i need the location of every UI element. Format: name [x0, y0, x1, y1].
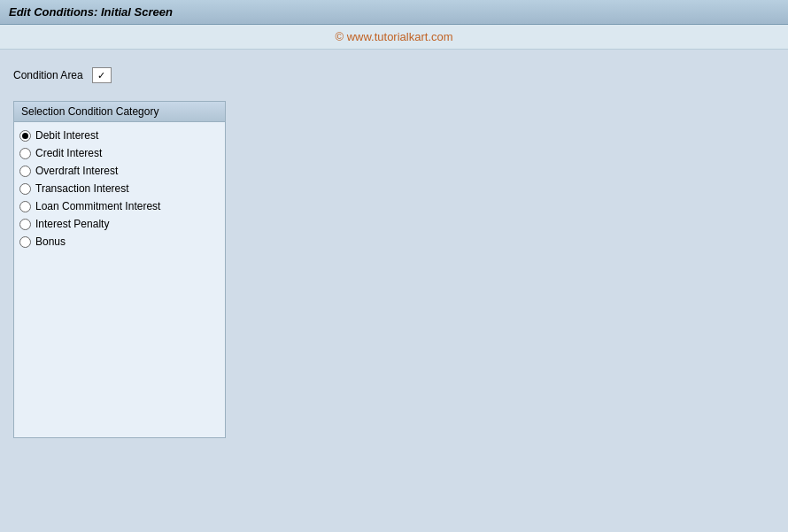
watermark-text: © www.tutorialkart.com [335, 30, 452, 43]
watermark-bar: © www.tutorialkart.com [0, 25, 788, 50]
radio-label-overdraft-interest: Overdraft Interest [35, 165, 118, 177]
condition-area-checkbox[interactable]: ✓ [92, 67, 112, 83]
radio-credit-interest[interactable] [19, 148, 31, 159]
radio-item-loan-commitment-interest[interactable]: Loan Commitment Interest [19, 200, 220, 212]
condition-area-label: Condition Area [13, 69, 83, 81]
main-content: Condition Area ✓ Selection Condition Cat… [0, 50, 788, 456]
radio-label-interest-penalty: Interest Penalty [35, 218, 109, 230]
radio-label-debit-interest: Debit Interest [35, 129, 98, 142]
radio-transaction-interest[interactable] [19, 183, 31, 195]
radio-debit-interest[interactable] [19, 130, 31, 142]
radio-bonus[interactable] [19, 236, 31, 248]
panel-body: Debit Interest Credit Interest Overdraft… [14, 122, 225, 437]
radio-loan-commitment-interest[interactable] [19, 201, 31, 212]
title-bar: Edit Conditions: Initial Screen [0, 0, 788, 25]
radio-item-overdraft-interest[interactable]: Overdraft Interest [19, 165, 220, 177]
panel-header: Selection Condition Category [14, 102, 225, 122]
radio-label-credit-interest: Credit Interest [35, 147, 102, 159]
radio-item-interest-penalty[interactable]: Interest Penalty [19, 218, 220, 230]
radio-label-transaction-interest: Transaction Interest [35, 182, 129, 195]
radio-item-transaction-interest[interactable]: Transaction Interest [19, 182, 220, 195]
radio-overdraft-interest[interactable] [19, 166, 31, 177]
radio-item-debit-interest[interactable]: Debit Interest [19, 129, 220, 142]
checkmark-icon: ✓ [97, 70, 105, 81]
title-text: Edit Conditions: Initial Screen [9, 5, 173, 19]
radio-label-loan-commitment-interest: Loan Commitment Interest [35, 200, 160, 212]
radio-label-bonus: Bonus [35, 235, 66, 248]
selection-panel: Selection Condition Category Debit Inter… [13, 101, 226, 438]
radio-item-bonus[interactable]: Bonus [19, 235, 220, 248]
condition-area-row: Condition Area ✓ [13, 67, 775, 83]
radio-item-credit-interest[interactable]: Credit Interest [19, 147, 220, 159]
panel-spacer [19, 253, 220, 430]
radio-interest-penalty[interactable] [19, 219, 31, 230]
